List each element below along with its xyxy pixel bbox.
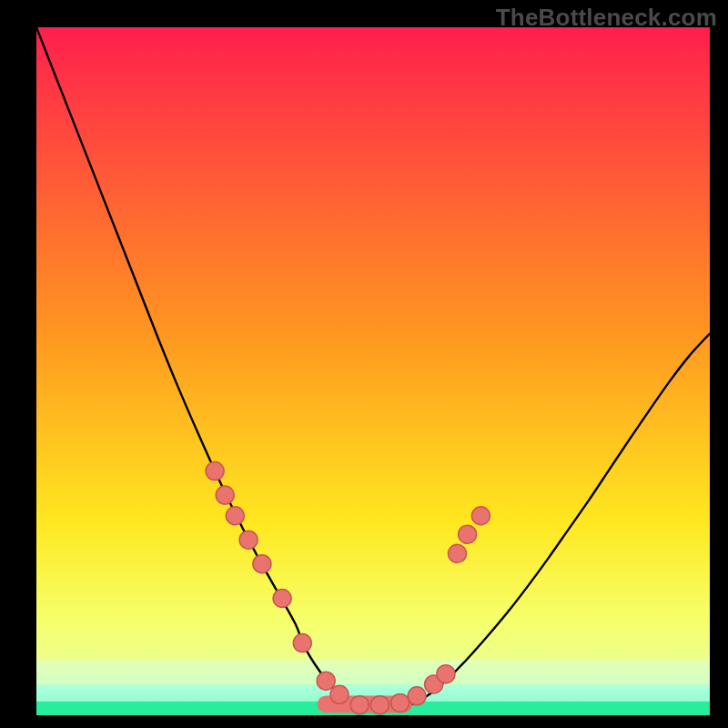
marker-dot — [216, 486, 234, 504]
gradient-band — [36, 619, 710, 660]
marker-dot — [459, 525, 477, 543]
marker-dot — [370, 696, 389, 714]
marker-dot — [273, 589, 291, 607]
plot-area — [36, 27, 710, 715]
marker-dot — [226, 507, 244, 525]
chart-stage: TheBottleneck.com — [0, 0, 728, 728]
marker-dot — [391, 693, 410, 712]
gradient-band — [36, 661, 710, 688]
bottleneck-chart — [0, 0, 728, 728]
marker-dot — [317, 672, 335, 690]
marker-dot — [253, 555, 271, 573]
marker-dot — [293, 634, 311, 652]
marker-dot — [330, 685, 349, 703]
marker-dot — [239, 531, 258, 549]
marker-dot — [408, 687, 426, 705]
marker-dot — [471, 507, 490, 525]
marker-dot — [449, 544, 467, 562]
marker-dot — [350, 696, 369, 714]
watermark-text: TheBottleneck.com — [496, 4, 717, 32]
marker-dot — [206, 462, 224, 480]
marker-dot — [437, 665, 455, 683]
